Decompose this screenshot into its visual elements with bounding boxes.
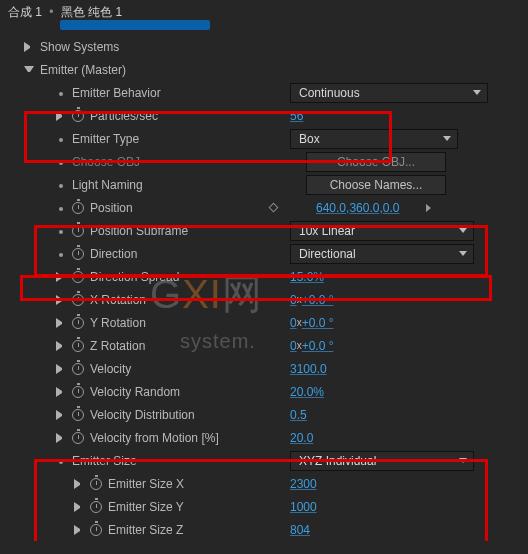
z-rot-deg[interactable]: +0.0 ° xyxy=(302,339,334,353)
row-light-naming: Light Naming Choose Names... xyxy=(6,173,522,196)
choose-obj-label: Choose OBJ xyxy=(72,155,272,169)
direction-label: Direction xyxy=(90,247,290,261)
twirl-right-icon[interactable] xyxy=(56,341,66,351)
twirl-right-icon[interactable] xyxy=(56,387,66,397)
choose-names-button[interactable]: Choose Names... xyxy=(306,175,446,195)
stopwatch-icon[interactable] xyxy=(72,386,84,398)
stopwatch-icon[interactable] xyxy=(72,317,84,329)
emitter-behavior-label: Emitter Behavior xyxy=(72,86,272,100)
row-y-rotation: Y Rotation 0x +0.0 ° xyxy=(6,311,522,334)
twirl-right-icon[interactable] xyxy=(24,42,34,52)
row-show-systems[interactable]: Show Systems xyxy=(6,35,522,58)
row-emitter-size-y: Emitter Size Y 1000 xyxy=(6,495,522,518)
twirl-right-icon[interactable] xyxy=(56,111,66,121)
row-emitter-size-x: Emitter Size X 2300 xyxy=(6,472,522,495)
row-position: Position 640.0, 360.0, 0.0 xyxy=(6,196,522,219)
bullet-icon xyxy=(59,92,63,96)
position-x[interactable]: 640.0 xyxy=(316,201,346,215)
emitter-behavior-select[interactable]: Continuous xyxy=(290,83,488,103)
emitter-type-select[interactable]: Box xyxy=(290,129,458,149)
bullet-icon xyxy=(59,253,63,257)
bullet-icon xyxy=(59,184,63,188)
row-emitter-master[interactable]: Emitter (Master) xyxy=(6,58,522,81)
twirl-right-icon[interactable] xyxy=(56,433,66,443)
stopwatch-icon[interactable] xyxy=(90,501,102,513)
stopwatch-icon[interactable] xyxy=(72,110,84,122)
stopwatch-icon[interactable] xyxy=(72,432,84,444)
velocity-value[interactable]: 3100.0 xyxy=(290,362,327,376)
chevron-down-icon xyxy=(443,136,451,141)
row-velocity-motion: Velocity from Motion [%] 20.0 xyxy=(6,426,522,449)
row-emitter-size: Emitter Size XYZ Individual xyxy=(6,449,522,472)
emitter-size-select[interactable]: XYZ Individual xyxy=(290,451,474,471)
stopwatch-icon[interactable] xyxy=(90,478,102,490)
stopwatch-icon[interactable] xyxy=(72,248,84,260)
row-particles-sec: Particles/sec 56 xyxy=(6,104,522,127)
row-emitter-behavior: Emitter Behavior Continuous xyxy=(6,81,522,104)
chevron-down-icon xyxy=(459,458,467,463)
x-rot-deg[interactable]: +0.0 ° xyxy=(302,293,334,307)
direction-spread-value[interactable]: 15.0% xyxy=(290,270,324,284)
y-rotation-label: Y Rotation xyxy=(90,316,290,330)
position-z[interactable]: 0.0 xyxy=(383,201,400,215)
chevron-right-icon[interactable] xyxy=(426,204,431,212)
stopwatch-icon[interactable] xyxy=(72,340,84,352)
stopwatch-icon[interactable] xyxy=(72,271,84,283)
emitter-size-y-value[interactable]: 1000 xyxy=(290,500,317,514)
row-velocity: Velocity 3100.0 xyxy=(6,357,522,380)
twirl-right-icon[interactable] xyxy=(56,318,66,328)
position-subframe-select[interactable]: 10x Linear xyxy=(290,221,474,241)
chevron-down-icon xyxy=(459,228,467,233)
stopwatch-icon[interactable] xyxy=(90,524,102,536)
velocity-random-label: Velocity Random xyxy=(90,385,290,399)
particles-sec-label: Particles/sec xyxy=(90,109,290,123)
velocity-dist-label: Velocity Distribution xyxy=(90,408,290,422)
y-rot-deg[interactable]: +0.0 ° xyxy=(302,316,334,330)
twirl-down-icon[interactable] xyxy=(24,66,34,76)
emitter-master-label: Emitter (Master) xyxy=(40,63,240,77)
twirl-right-icon[interactable] xyxy=(74,525,84,535)
twirl-right-icon[interactable] xyxy=(56,364,66,374)
breadcrumb-layer[interactable]: 黑色 纯色 1 xyxy=(61,5,122,19)
light-naming-label: Light Naming xyxy=(72,178,272,192)
z-rotation-label: Z Rotation xyxy=(90,339,290,353)
y-rot-rev[interactable]: 0 xyxy=(290,316,297,330)
emitter-size-y-label: Emitter Size Y xyxy=(108,500,308,514)
direction-spread-label: Direction Spread xyxy=(90,270,290,284)
row-position-subframe: Position Subframe 10x Linear xyxy=(6,219,522,242)
emitter-size-z-value[interactable]: 804 xyxy=(290,523,310,537)
z-rot-rev[interactable]: 0 xyxy=(290,339,297,353)
bullet-icon xyxy=(59,207,63,211)
stopwatch-icon[interactable] xyxy=(72,202,84,214)
row-x-rotation: X Rotation 0x +0.0 ° xyxy=(6,288,522,311)
twirl-right-icon[interactable] xyxy=(74,502,84,512)
emitter-type-label: Emitter Type xyxy=(72,132,272,146)
emitter-size-x-value[interactable]: 2300 xyxy=(290,477,317,491)
x-rot-rev[interactable]: 0 xyxy=(290,293,297,307)
twirl-right-icon[interactable] xyxy=(74,479,84,489)
twirl-right-icon[interactable] xyxy=(56,295,66,305)
row-velocity-random: Velocity Random 20.0% xyxy=(6,380,522,403)
choose-obj-button: Choose OBJ... xyxy=(306,152,446,172)
twirl-right-icon[interactable] xyxy=(56,272,66,282)
breadcrumb-comp[interactable]: 合成 1 xyxy=(8,5,42,19)
show-systems-label: Show Systems xyxy=(40,40,240,54)
row-emitter-size-z: Emitter Size Z 804 xyxy=(6,518,522,541)
velocity-dist-value[interactable]: 0.5 xyxy=(290,408,307,422)
position-label: Position xyxy=(90,201,290,215)
row-velocity-dist: Velocity Distribution 0.5 xyxy=(6,403,522,426)
stopwatch-icon[interactable] xyxy=(72,294,84,306)
velocity-motion-value[interactable]: 20.0 xyxy=(290,431,313,445)
emitter-size-z-label: Emitter Size Z xyxy=(108,523,308,537)
stopwatch-icon[interactable] xyxy=(72,225,84,237)
velocity-random-value[interactable]: 20.0% xyxy=(290,385,324,399)
stopwatch-icon[interactable] xyxy=(72,363,84,375)
particles-sec-value[interactable]: 56 xyxy=(290,109,303,123)
row-emitter-type: Emitter Type Box xyxy=(6,127,522,150)
position-y[interactable]: 360.0 xyxy=(349,201,379,215)
breadcrumb-sep: • xyxy=(49,5,53,19)
stopwatch-icon[interactable] xyxy=(72,409,84,421)
bullet-icon xyxy=(59,138,63,142)
direction-select[interactable]: Directional xyxy=(290,244,474,264)
twirl-right-icon[interactable] xyxy=(56,410,66,420)
